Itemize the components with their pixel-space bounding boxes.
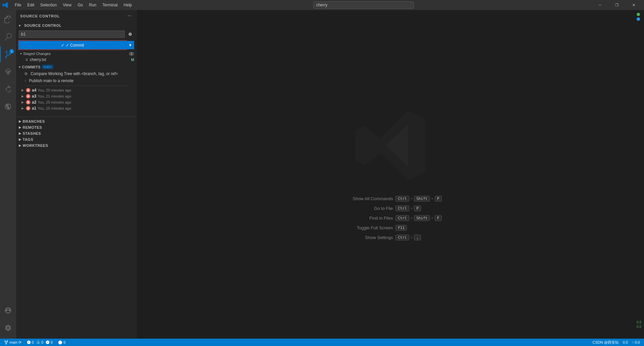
commit-expand-icon: ▶ <box>21 101 24 104</box>
commit-button[interactable]: ✓ ✓ Commit <box>19 41 126 49</box>
remotes-section[interactable]: ▶ REMOTES <box>16 124 137 130</box>
key-shift: Shift <box>414 215 430 221</box>
staged-changes-header[interactable]: ▾ Staged Changes 1 <box>16 51 137 57</box>
stashes-label: STASHES <box>23 131 41 135</box>
commit-avatar <box>26 100 31 105</box>
activity-run-debug[interactable] <box>0 64 16 80</box>
stashes-chevron-icon: ▶ <box>19 132 21 135</box>
activity-source-control[interactable]: 1 <box>0 46 16 62</box>
activity-accounts[interactable] <box>0 302 16 319</box>
remote-count: 0 <box>63 340 65 344</box>
shortcut-keys: F11 <box>395 225 407 231</box>
commits-section-header[interactable]: ▾ COMMITS main <box>16 63 137 70</box>
menu-run[interactable]: Run <box>86 2 99 8</box>
commit-dropdown-chevron-icon: ▾ <box>129 43 131 48</box>
activity-explorer[interactable] <box>0 11 16 27</box>
status-right: CSDN @西安站 0.0 ↑ 0.0 <box>591 339 641 346</box>
remotes-label: REMOTES <box>23 125 42 129</box>
menu-view[interactable]: View <box>60 2 74 8</box>
tags-chevron-icon: ▶ <box>19 138 21 141</box>
commit-input-settings-button[interactable] <box>126 30 134 38</box>
worktrees-section[interactable]: ▶ WORKTREES <box>16 142 137 149</box>
restore-button[interactable]: ❐ <box>609 0 625 10</box>
minimize-button[interactable]: ─ <box>592 0 608 10</box>
commit-avatar <box>26 106 31 111</box>
right-number-2: 0.0 <box>637 325 641 329</box>
file-icon: ≡ <box>25 57 28 62</box>
tags-label: TAGS <box>23 137 34 141</box>
tags-section[interactable]: ▶ TAGS <box>16 136 137 142</box>
commit-time-a2: You, 25 minutes ago <box>38 100 71 104</box>
shortcut-keys: Ctrl + Shift + P <box>395 196 441 201</box>
window-controls: ─ ❐ ✕ <box>592 0 641 10</box>
csdn-remote-label[interactable]: CSDN @西安站 <box>591 339 620 346</box>
shortcut-keys: Ctrl + P <box>395 206 421 211</box>
main-layout: 1 SOURCE CONTROL ⋯ ▾ <box>0 10 644 339</box>
key-plus: + <box>411 216 413 220</box>
errors-status[interactable]: 0 0 0 <box>25 339 54 346</box>
staged-file-cherry-txt[interactable]: ≡ cherry.txt M <box>16 57 137 63</box>
sidebar-header: SOURCE CONTROL ⋯ <box>16 10 137 22</box>
commit-log-a3[interactable]: ▶ a3 You, 21 minutes ago <box>16 93 137 99</box>
activity-search[interactable] <box>0 29 16 45</box>
commits-divider <box>24 85 129 86</box>
source-control-label: SOURCE CONTROL <box>24 23 62 27</box>
activity-bar: 1 <box>0 10 16 339</box>
search-bar <box>139 1 588 9</box>
commit-log-a2[interactable]: ▶ a2 You, 25 minutes ago <box>16 99 137 105</box>
file-status-modified: M <box>131 58 134 62</box>
sidebar: SOURCE CONTROL ⋯ ▾ SOURCE CONTROL ✓ <box>16 10 137 339</box>
staged-changes-label: Staged Changes <box>23 52 129 56</box>
branch-status[interactable]: main ⟳ <box>3 339 23 346</box>
shortcut-label: Go to File <box>339 206 393 211</box>
shortcut-show-all-commands: Show All Commands Ctrl + Shift + P <box>339 196 441 201</box>
menu-help[interactable]: Help <box>121 2 135 8</box>
commits-chevron-icon: ▾ <box>19 65 21 69</box>
sidebar-title: SOURCE CONTROL <box>20 14 60 18</box>
menu-terminal[interactable]: Terminal <box>100 2 120 8</box>
compare-working-tree-action[interactable]: ⊕ Compare Working Tree with <branch, tag… <box>16 70 137 77</box>
activity-remote[interactable] <box>0 99 16 115</box>
commit-log-a4[interactable]: ▶ a4 You, 20 minutes ago <box>16 87 137 93</box>
remote-name: CSDN @西安站 <box>592 340 619 345</box>
commit-expand-icon: ▶ <box>21 89 24 92</box>
menu-file[interactable]: File <box>12 2 24 8</box>
branches-chevron-icon: ▶ <box>19 120 21 123</box>
stashes-section[interactable]: ▶ STASHES <box>16 130 137 136</box>
menu-selection[interactable]: Selection <box>38 2 59 8</box>
compare-icon: ⊕ <box>24 71 28 76</box>
menu-edit[interactable]: Edit <box>24 2 37 8</box>
key-plus: + <box>431 196 433 200</box>
search-input[interactable] <box>313 1 414 9</box>
commit-log-a1[interactable]: ▶ a1 You, 25 minutes ago <box>16 105 137 111</box>
status-bar: main ⟳ 0 0 0 0 CSDN @西安站 0.0 ↑ 0.0 <box>0 339 644 346</box>
line-col-status[interactable]: 0.0 <box>622 339 629 346</box>
commit-dropdown-button[interactable]: ▾ <box>126 41 134 49</box>
right-number-1: 0.0 <box>637 321 641 324</box>
staged-changes-section: ▾ Staged Changes 1 ≡ cherry.txt M <box>16 51 137 63</box>
app-icon <box>3 2 8 8</box>
publish-main-action[interactable]: ↑ Publish main to a remote <box>16 77 137 84</box>
source-control-section-header[interactable]: ▾ SOURCE CONTROL <box>16 22 137 29</box>
titlebar: File Edit Selection View Go Run Terminal… <box>0 0 644 10</box>
remote-icon-status[interactable]: 0 <box>57 339 67 346</box>
branches-section[interactable]: ▶ BRANCHES <box>16 118 137 124</box>
commit-time-a3: You, 21 minutes ago <box>38 94 71 98</box>
key-f11: F11 <box>395 225 407 231</box>
commit-message-input[interactable] <box>19 31 125 38</box>
close-button[interactable]: ✕ <box>626 0 641 10</box>
activity-extensions[interactable] <box>0 81 16 97</box>
more-actions-button[interactable]: ⋯ <box>126 13 133 19</box>
line-col-text: 0.0 <box>623 340 628 344</box>
key-ctrl: Ctrl <box>395 235 409 240</box>
menu-go[interactable]: Go <box>75 2 86 8</box>
commit-checkmark-icon: ✓ <box>61 43 64 48</box>
commit-button-label: ✓ Commit <box>66 43 84 48</box>
commit-time-a1: You, 25 minutes ago <box>38 106 71 110</box>
key-shift: Shift <box>414 196 430 201</box>
key-plus: + <box>411 206 413 210</box>
shortcut-label: Find in Files <box>339 216 393 221</box>
sidebar-header-actions: ⋯ <box>126 13 133 19</box>
notification-status[interactable]: ↑ 0.0 <box>631 339 641 346</box>
activity-settings[interactable] <box>0 320 16 336</box>
